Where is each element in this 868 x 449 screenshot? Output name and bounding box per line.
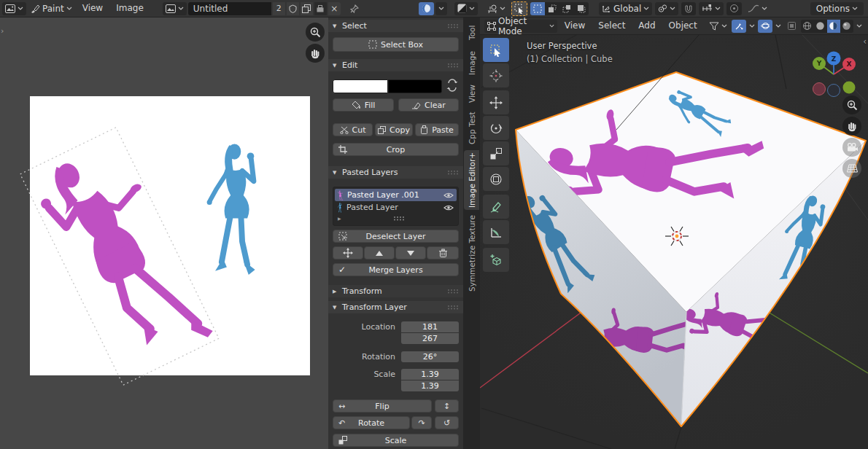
- panel-grip-icon[interactable]: [447, 289, 459, 294]
- viewport-zoom-button[interactable]: [842, 95, 861, 114]
- panel-header-edit[interactable]: ▼ Edit: [328, 59, 463, 71]
- layer-row-selected[interactable]: Pasted Layer .001: [335, 189, 457, 201]
- delete-layer-button[interactable]: [427, 246, 459, 259]
- navigation-gizmo[interactable]: Y Z X: [810, 44, 858, 99]
- location-y-field[interactable]: 267: [401, 333, 459, 344]
- axis-neg-y-ball[interactable]: [843, 82, 856, 94]
- snap-toggle[interactable]: [681, 2, 696, 15]
- rotate-ccw-button[interactable]: ↶ Rotate: [333, 416, 410, 429]
- zoom-button[interactable]: [306, 23, 325, 42]
- image-name-field[interactable]: Untitled: [188, 2, 271, 15]
- active-tool-button[interactable]: [511, 1, 527, 16]
- crop-button[interactable]: Crop: [333, 143, 459, 156]
- panel-grip-icon[interactable]: [447, 305, 459, 310]
- tool-rotate[interactable]: [483, 116, 509, 140]
- shading-wireframe[interactable]: [801, 20, 814, 33]
- axis-neg-z-ball[interactable]: [828, 85, 840, 97]
- image-paint-mode-button[interactable]: [419, 2, 434, 15]
- overlays-toggle[interactable]: [758, 20, 772, 33]
- unlink-image-button[interactable]: ×: [328, 2, 341, 15]
- visibility-eye-icon[interactable]: [443, 192, 454, 199]
- background-color-swatch[interactable]: [388, 79, 442, 93]
- snap-target-dropdown[interactable]: [699, 2, 724, 15]
- image-paint-mode-caret[interactable]: [435, 2, 447, 15]
- gizmos-dropdown[interactable]: [748, 20, 756, 33]
- visibility-eye-icon[interactable]: [443, 204, 454, 211]
- editor-type-button[interactable]: [2, 2, 26, 15]
- swap-colors-button[interactable]: [446, 79, 458, 92]
- menu-add[interactable]: Add: [632, 17, 661, 34]
- tool-select-box[interactable]: [483, 38, 509, 62]
- fake-user-button[interactable]: [287, 2, 299, 15]
- copy-button[interactable]: Copy: [375, 123, 413, 136]
- toggle-ortho-button[interactable]: [842, 159, 861, 178]
- panel-header-pasted-layers[interactable]: ▼ Pasted Layers: [328, 166, 463, 179]
- viewport-pan-button[interactable]: [842, 117, 861, 136]
- expand-toolbar-arrow[interactable]: ›: [1, 26, 4, 36]
- viewport-editor-type-button[interactable]: [484, 2, 508, 15]
- shading-dropdown[interactable]: [855, 20, 864, 33]
- select-box-button[interactable]: Select Box: [333, 37, 459, 52]
- tab-tool[interactable]: Tool: [464, 20, 479, 45]
- flip-button[interactable]: ↔ Flip: [333, 399, 432, 413]
- tab-symmetrize-texture[interactable]: Symmetrize Texture: [464, 213, 479, 294]
- location-x-field[interactable]: 181: [401, 321, 459, 332]
- rotate-cycle-button[interactable]: ↺: [435, 416, 459, 429]
- panel-header-transform-layer[interactable]: ▼ Transform Layer: [328, 301, 463, 313]
- cut-button[interactable]: Cut: [333, 123, 373, 136]
- shading-solid[interactable]: [814, 20, 827, 33]
- menu-view[interactable]: View: [77, 0, 109, 17]
- pivot-point-dropdown[interactable]: [655, 2, 678, 15]
- display-channels-button[interactable]: [454, 2, 478, 15]
- merge-layers-button[interactable]: ✓ Merge Layers: [333, 263, 459, 276]
- fill-button[interactable]: Fill: [333, 98, 394, 112]
- shading-material-preview[interactable]: [827, 20, 840, 33]
- layer-down-button[interactable]: [395, 246, 426, 259]
- resize-grip-icon[interactable]: [393, 216, 405, 221]
- layer-row[interactable]: Pasted Layer: [335, 201, 457, 214]
- users-count-badge[interactable]: 2: [273, 2, 285, 15]
- xray-toggle[interactable]: [784, 20, 799, 33]
- tool-transform[interactable]: [483, 167, 509, 191]
- axis-neg-x-ball[interactable]: [813, 83, 826, 95]
- overlays-dropdown[interactable]: [774, 20, 783, 33]
- tool-measure[interactable]: [483, 220, 509, 244]
- select-mode-invert[interactable]: [574, 2, 589, 15]
- panel-grip-icon[interactable]: [447, 23, 459, 28]
- gizmos-toggle[interactable]: [732, 20, 746, 33]
- image-browse-button[interactable]: [163, 2, 187, 15]
- pin-icon[interactable]: [349, 4, 360, 14]
- shading-rendered[interactable]: [840, 20, 853, 33]
- menu-select[interactable]: Select: [592, 17, 631, 34]
- viewport-3d[interactable]: User Perspective (1) Collection | Cube ‹…: [480, 35, 868, 449]
- panel-grip-icon[interactable]: [447, 170, 459, 175]
- flip-vertical-button[interactable]: ↕: [435, 399, 459, 413]
- tool-move[interactable]: [483, 90, 509, 114]
- new-image-button[interactable]: [301, 2, 313, 15]
- clear-button[interactable]: Clear: [398, 98, 459, 112]
- pack-image-button[interactable]: [314, 2, 327, 15]
- proportional-editing-toggle[interactable]: [726, 2, 742, 15]
- menu-object[interactable]: Object: [663, 17, 703, 34]
- orientation-dropdown[interactable]: Global: [599, 2, 652, 15]
- panel-header-transform[interactable]: ▶ Transform: [328, 285, 463, 297]
- select-mode-extend[interactable]: [545, 2, 559, 15]
- pan-button[interactable]: [306, 44, 325, 63]
- move-layer-button[interactable]: [333, 246, 363, 259]
- rotate-cw-button[interactable]: ↷: [411, 416, 432, 429]
- select-mode-subtract[interactable]: [559, 2, 574, 15]
- paste-button[interactable]: Paste: [415, 123, 459, 136]
- mode-selector[interactable]: Object Mode: [484, 20, 557, 33]
- tool-scale[interactable]: [483, 141, 509, 165]
- proportional-falloff-dropdown[interactable]: [745, 2, 770, 15]
- mode-dropdown[interactable]: Paint: [28, 2, 75, 15]
- menu-view[interactable]: View: [559, 17, 591, 34]
- tab-image[interactable]: Image: [464, 48, 479, 79]
- tool-annotate[interactable]: [483, 195, 509, 219]
- collapse-region-arrow[interactable]: ‹: [863, 36, 867, 47]
- foreground-color-swatch[interactable]: [333, 79, 388, 93]
- select-mode-set[interactable]: [530, 2, 545, 15]
- deselect-layer-button[interactable]: Deselect Layer: [333, 230, 459, 243]
- scale-layer-button[interactable]: Scale: [333, 434, 459, 447]
- layer-up-button[interactable]: [364, 246, 395, 259]
